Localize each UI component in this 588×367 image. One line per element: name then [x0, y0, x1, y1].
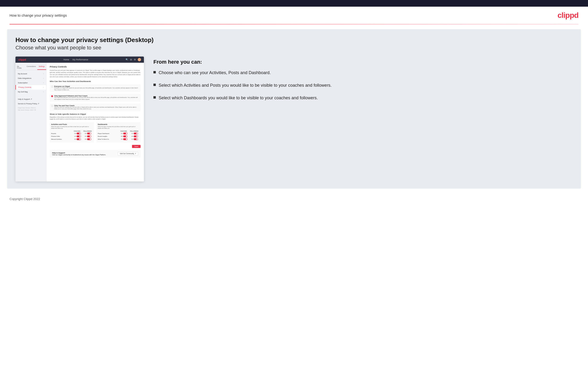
- insights-coaches-toggle[interactable]: ON: [120, 135, 129, 137]
- main-subheading: Choose what you want people to see: [16, 45, 572, 51]
- mock-save-button[interactable]: Save: [132, 145, 141, 148]
- mock-sidebar-label-data: Data Integrations: [18, 77, 31, 79]
- dashboards-table-header: COACHES FOLLOWERS: [98, 130, 139, 132]
- mock-tab-settings[interactable]: Settings: [37, 65, 46, 70]
- bullet-list: Choose who can see your Activities, Post…: [153, 70, 572, 101]
- rounds-coaches-toggle[interactable]: ON: [73, 133, 82, 134]
- dashboards-row-insights: Round Insights ON ON: [98, 135, 139, 137]
- insights-coaches-pill[interactable]: [123, 135, 128, 137]
- mock-activities-table: Activities and Posts Select the types of…: [50, 122, 94, 142]
- mock-version: Clippd Client Version: 2022.8.2SQL Serve…: [16, 106, 46, 112]
- mock-sidebar-label-privacy: Privacy Controls: [18, 86, 31, 88]
- mock-sidebar-item-privacy[interactable]: Privacy Controls ›: [16, 85, 46, 90]
- manual-coaches-toggle[interactable]: ON: [73, 138, 82, 140]
- radio-coach-only-desc: Only you and the coaches you connect wit…: [54, 106, 139, 110]
- top-bar: [0, 0, 588, 7]
- manual-followers-pill[interactable]: [87, 138, 91, 140]
- radio-followers-desc: Only approved followers and coaches you …: [54, 97, 139, 100]
- mock-tab-connections[interactable]: Connections: [25, 65, 37, 70]
- rounds-coaches-pill[interactable]: [77, 133, 81, 134]
- workson-coaches-pill[interactable]: [123, 138, 128, 140]
- workson-toggles: ON ON: [120, 138, 139, 140]
- bullet-square-1: [153, 71, 156, 73]
- bullet-square-3: [153, 96, 156, 99]
- radio-coach-only[interactable]: [51, 105, 53, 107]
- mock-radio-everyone[interactable]: Everyone on Clippd Everyone on Clippd ca…: [50, 84, 141, 92]
- workson-coaches-toggle[interactable]: ON: [120, 138, 129, 140]
- radio-everyone-desc: Everyone on Clippd can search for you an…: [54, 87, 139, 91]
- workson-followers-toggle[interactable]: ON: [130, 138, 139, 140]
- mock-visit-community-button[interactable]: Visit Our Community ↗: [118, 152, 138, 156]
- drills-followers-on-label: ON: [85, 136, 86, 137]
- manual-coaches-pill[interactable]: [77, 138, 81, 140]
- mock-sidebar-item-golfbag[interactable]: My Golf Bag ›: [16, 90, 46, 94]
- mock-logo: clippd: [18, 58, 26, 61]
- mock-sidebar-item-account[interactable]: My Account ›: [16, 72, 46, 76]
- mock-sidebar-item-data[interactable]: Data Integrations ›: [16, 76, 46, 81]
- insights-toggles: ON ON: [120, 135, 139, 137]
- dashboards-table-desc: Select the types of activity that you'd …: [98, 126, 139, 129]
- radio-followers[interactable]: [51, 95, 53, 97]
- mock-sidebar-label-help: Help & Support ↗: [18, 98, 32, 100]
- insights-followers-toggle[interactable]: ON: [130, 135, 139, 137]
- mock-body: My Profile Connections Settings My Accou…: [16, 63, 144, 182]
- workson-followers-pill[interactable]: [134, 138, 138, 140]
- mock-sidebar-item-help[interactable]: Help & Support ↗: [16, 97, 46, 101]
- player-toggles: ON ON: [120, 133, 139, 134]
- mock-save-row: Save: [50, 145, 141, 148]
- drills-coaches-toggle[interactable]: ON: [73, 135, 82, 137]
- page-title: How to change your privacy settings: [9, 13, 67, 17]
- rounds-followers-on-label: ON: [85, 133, 86, 134]
- logo: clippd: [558, 11, 579, 20]
- chevron-right-icon: ›: [43, 77, 44, 79]
- mock-who-title: Who Can See Your Activities and Dashboar…: [50, 80, 141, 83]
- activities-table-header: COACHES FOLLOWERS: [51, 130, 93, 132]
- mock-sidebar-label-golfbag: My Golf Bag: [18, 91, 28, 93]
- drills-coaches-pill[interactable]: [77, 135, 81, 137]
- footer-text: Copyright Clippd 2022: [9, 197, 40, 201]
- activities-table-desc: Select the types of activity that you'd …: [51, 126, 93, 129]
- mock-radio-followers[interactable]: Only Approved Followers and Your Coach O…: [50, 94, 141, 101]
- chevron-right-icon: ›: [43, 82, 44, 83]
- manual-followers-toggle[interactable]: ON: [84, 138, 93, 140]
- rounds-label: Rounds: [51, 133, 73, 134]
- rounds-followers-pill[interactable]: [87, 133, 91, 134]
- mock-radio-coach-only[interactable]: Only You and Your Coach Only you and the…: [50, 104, 141, 111]
- header-divider: [9, 24, 579, 25]
- manual-followers-on-label: ON: [85, 139, 86, 140]
- mock-help-title: Help & Support: [52, 152, 106, 154]
- player-coaches-pill[interactable]: [123, 133, 128, 134]
- mock-dashboards-table: Dashboards Select the types of activity …: [96, 122, 141, 142]
- radio-coach-only-text: Only You and Your Coach Only you and the…: [54, 105, 139, 110]
- rounds-followers-toggle[interactable]: ON: [84, 133, 93, 134]
- mock-radio-group: Everyone on Clippd Everyone on Clippd ca…: [50, 84, 141, 111]
- player-followers-pill[interactable]: [134, 133, 138, 134]
- from-here-title: From here you can:: [153, 59, 572, 65]
- radio-everyone[interactable]: [51, 86, 53, 88]
- search-icon: 🔍: [126, 58, 128, 61]
- rounds-coaches-on-label: ON: [74, 133, 76, 134]
- chevron-right-icon: ›: [43, 91, 44, 93]
- bullet-text-3: Select which Dashboards you would like t…: [159, 95, 318, 101]
- mock-sidebar-item-subscription[interactable]: Subscription ›: [16, 81, 46, 85]
- drills-label: Practice Drills: [51, 136, 73, 137]
- mock-tab-profile[interactable]: My Profile: [16, 65, 25, 70]
- mock-sidebar-item-privacy-policy[interactable]: Service & Privacy Policy ↗: [16, 101, 46, 106]
- mock-help-section: Help & Support Visit our Clippd communit…: [50, 150, 141, 158]
- player-coaches-toggle[interactable]: ON: [120, 133, 129, 134]
- mock-show-hide-title: Show or hide specific features in Clippd: [50, 113, 141, 115]
- drills-followers-toggle[interactable]: ON: [84, 135, 93, 137]
- player-followers-toggle[interactable]: ON: [130, 133, 139, 134]
- drills-followers-pill[interactable]: [87, 135, 91, 137]
- main-heading: How to change your privacy settings (Des…: [16, 36, 572, 44]
- chevron-right-icon: ›: [43, 73, 44, 75]
- bullet-item-2: Select which Activities and Posts you wo…: [153, 83, 572, 88]
- screenshot-mockup: clippd Home My Performance 🔍 ⊞ ⚙ My Pro: [16, 57, 144, 182]
- footer: Copyright Clippd 2022: [0, 193, 588, 205]
- mock-main-panel: Privacy Controls Control how you and you…: [46, 63, 144, 182]
- mock-nav-icons: 🔍 ⊞ ⚙: [126, 58, 141, 61]
- insights-followers-pill[interactable]: [134, 135, 138, 137]
- insights-coaches-on-label: ON: [121, 136, 123, 137]
- header: How to change your privacy settings clip…: [0, 7, 588, 24]
- radio-followers-label: Only Approved Followers and Your Coach: [54, 95, 139, 97]
